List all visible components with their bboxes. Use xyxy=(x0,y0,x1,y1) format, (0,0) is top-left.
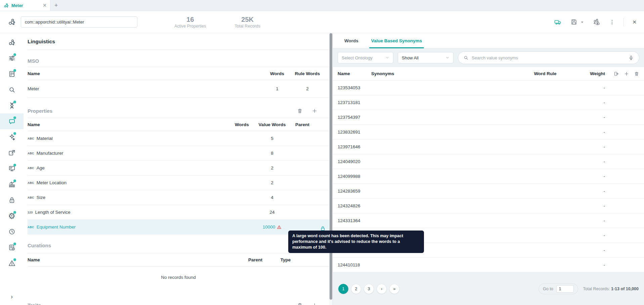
add-property-icon[interactable] xyxy=(312,108,317,114)
entity-name-input[interactable] xyxy=(21,16,137,28)
value-words-count: 8 xyxy=(271,151,273,156)
synonym-name: 123534053 xyxy=(338,85,371,90)
properties-table-header: Name Words Value Words Parent xyxy=(28,118,329,131)
goto-page-input[interactable] xyxy=(556,285,574,293)
tab-meter[interactable]: Meter ✕ xyxy=(0,0,50,11)
synonym-row[interactable]: 123713181- xyxy=(333,95,644,110)
new-tab-button[interactable]: + xyxy=(50,0,62,11)
mso-row[interactable]: Meter 1 2 xyxy=(28,80,329,98)
property-row[interactable]: ABCManufacturer8 xyxy=(28,146,329,161)
show-filter-select[interactable]: Show All xyxy=(398,52,454,63)
export-record-icon[interactable] xyxy=(614,71,619,77)
microphone-icon[interactable] xyxy=(628,55,634,61)
chevron-down-icon xyxy=(445,56,449,60)
goto-label: Go to xyxy=(543,287,553,291)
sidebar-item-export[interactable] xyxy=(0,145,24,161)
synonym-weight: - xyxy=(569,159,609,164)
sidebar-item-alerts[interactable] xyxy=(0,255,24,271)
notification-dot xyxy=(13,243,16,245)
property-name: Age xyxy=(37,165,45,170)
value-words-count: 24 xyxy=(269,210,274,215)
sidebar-item-dna[interactable] xyxy=(0,98,24,113)
property-row[interactable]: ABCAge2 xyxy=(28,161,329,175)
delete-properties-icon[interactable] xyxy=(297,108,303,114)
sidebar-item-sliders[interactable] xyxy=(0,50,24,66)
synonym-row[interactable]: 124331364- xyxy=(333,213,644,228)
page-button-3[interactable]: 3 xyxy=(364,284,374,294)
chevron-down-icon xyxy=(385,56,389,60)
right-panel-tabs: Words Value Based Synonyms xyxy=(333,33,644,48)
notification-dot xyxy=(13,69,16,72)
type-badge: ABC xyxy=(28,166,34,170)
save-icon xyxy=(570,18,577,26)
sidebar-item-search[interactable] xyxy=(0,82,24,98)
synonym-row[interactable]: 123832691- xyxy=(333,125,644,140)
property-row[interactable]: 123Length of Service24 xyxy=(28,205,329,220)
synonym-row[interactable]: 124283659- xyxy=(333,184,644,199)
property-name: Manufacturer xyxy=(37,151,63,156)
add-trait-icon[interactable] xyxy=(312,302,317,305)
kebab-menu-icon[interactable] xyxy=(609,19,615,25)
close-icon[interactable]: ✕ xyxy=(632,19,637,25)
tab-value-based-synonyms[interactable]: Value Based Synonyms xyxy=(369,33,424,48)
synonym-weight: - xyxy=(569,218,609,223)
notification-dot xyxy=(13,132,16,135)
synonym-name: 123754397 xyxy=(338,115,371,120)
synonym-row[interactable]: 123754397- xyxy=(333,110,644,125)
sidebar-item-linguistics[interactable] xyxy=(0,113,24,129)
page-button-2[interactable]: 2 xyxy=(351,284,361,294)
sidebar-expand-chevron-right-icon[interactable]: › xyxy=(0,288,24,305)
sidebar-item-monitor[interactable] xyxy=(0,161,24,176)
synonym-row[interactable]: 124049020- xyxy=(333,154,644,169)
type-badge: ABC xyxy=(28,137,34,140)
synonym-weight: - xyxy=(569,262,609,267)
search-synonyms-box[interactable] xyxy=(458,51,639,64)
add-record-icon[interactable] xyxy=(624,71,629,77)
type-badge: 123 xyxy=(28,211,33,214)
curations-empty-message: No records found xyxy=(28,266,329,288)
sidebar-item-analytics[interactable] xyxy=(0,176,24,192)
deploy-truck-icon[interactable] xyxy=(554,18,562,26)
tab-words[interactable]: Words xyxy=(342,33,360,48)
word-count-warning-tooltip: A large word count has been detected. Th… xyxy=(288,231,424,253)
next-page-chevron-icon[interactable]: › xyxy=(377,284,387,294)
linguistics-panel: Linguistics MSO Name Words Rule Words Me… xyxy=(24,33,333,305)
page-button-1[interactable]: 1 xyxy=(338,284,348,294)
stat-total-records: 25K Total Records xyxy=(234,16,260,29)
sidebar-item-history[interactable] xyxy=(0,224,24,240)
sidebar-item-lock[interactable] xyxy=(0,192,24,208)
synonym-name: 123832691 xyxy=(338,130,371,135)
sidebar-item-data-source[interactable] xyxy=(0,66,24,82)
sidebar-item-settings[interactable]: ⚙ xyxy=(0,208,24,224)
value-words-count: 2 xyxy=(271,180,273,185)
value-synonyms-panel: Words Value Based Synonyms Select Ontolo… xyxy=(333,33,644,305)
delete-traits-icon[interactable] xyxy=(297,302,303,305)
type-badge: ABC xyxy=(28,181,34,185)
save-button[interactable] xyxy=(570,18,584,26)
sidebar-item-sparkle[interactable] xyxy=(0,129,24,145)
save-dropdown-caret-icon[interactable] xyxy=(580,20,584,24)
value-words-count: 2 xyxy=(271,165,273,170)
synonym-row[interactable]: 124410118- xyxy=(333,258,644,272)
tab-close-icon[interactable]: ✕ xyxy=(43,3,47,8)
sidebar-item-scheduled-tasks[interactable] xyxy=(0,240,24,255)
property-row[interactable]: ABCMeter Location2 xyxy=(28,175,329,190)
property-row[interactable]: ABCSize4 xyxy=(28,190,329,205)
synonym-name: 123971646 xyxy=(338,144,371,149)
sidebar-item-ontology[interactable] xyxy=(0,35,24,50)
search-synonyms-input[interactable] xyxy=(472,55,625,60)
last-page-double-chevron-icon[interactable]: » xyxy=(389,284,399,294)
synonym-row[interactable]: 124324826- xyxy=(333,199,644,213)
scrollbar-thumb[interactable] xyxy=(330,33,332,300)
synonym-row[interactable]: 123971646- xyxy=(333,140,644,154)
property-row[interactable]: ABCMaterial5 xyxy=(28,131,329,146)
synonym-row[interactable]: 124099988- xyxy=(333,169,644,184)
property-row[interactable]: ABCEquipment Number10000 xyxy=(28,220,329,235)
synonym-name: 124331364 xyxy=(338,218,371,223)
ontology-preview-icon[interactable] xyxy=(593,18,601,26)
synonyms-table-header: Name Synonyms Word Rule Weight xyxy=(333,67,644,81)
synonym-row[interactable]: 123534053- xyxy=(333,81,644,95)
value-words-count: 4 xyxy=(271,195,273,200)
ontology-select[interactable]: Select Ontology xyxy=(338,52,393,63)
delete-record-icon[interactable] xyxy=(634,71,639,77)
